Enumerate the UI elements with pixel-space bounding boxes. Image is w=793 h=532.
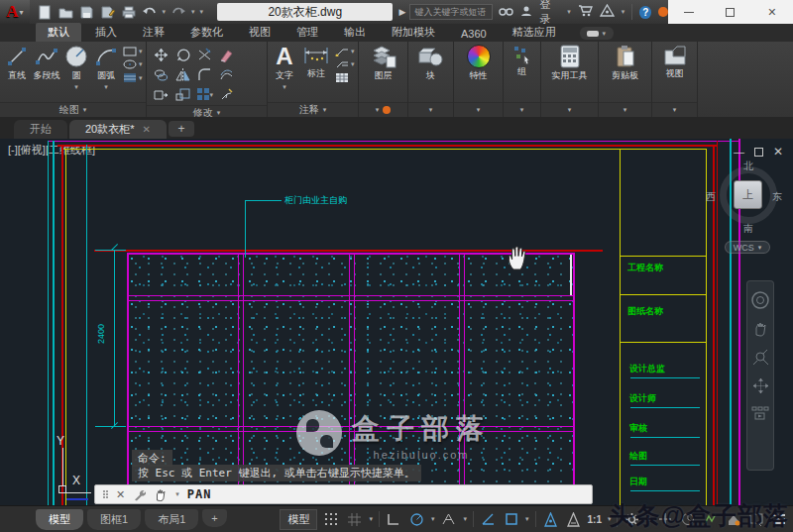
new-file-icon[interactable] xyxy=(38,4,54,20)
annotation-panel-label[interactable]: 注释▾ xyxy=(268,102,358,117)
command-drag-handle[interactable] xyxy=(103,490,108,498)
circle-button[interactable]: 圆 ▾ xyxy=(61,45,91,91)
maximize-button[interactable] xyxy=(718,4,743,20)
rectangle-tool-icon[interactable]: ▾ xyxy=(123,47,143,56)
layout-tab-model[interactable]: 模型 xyxy=(36,509,83,530)
fillet-icon[interactable] xyxy=(196,66,213,83)
signin-dropdown-icon[interactable]: ▾ xyxy=(567,8,571,16)
wardrobe-divider[interactable] xyxy=(238,253,239,500)
isodraft-icon[interactable] xyxy=(440,511,457,528)
undo-dropdown-icon[interactable]: ▾ xyxy=(163,8,167,16)
layer-properties-button[interactable]: 图层 xyxy=(362,45,405,82)
save-icon[interactable] xyxy=(79,4,95,20)
wardrobe-shelf-line[interactable] xyxy=(127,300,575,301)
table-tool-icon[interactable] xyxy=(335,72,355,83)
file-tab-start[interactable]: 开始 xyxy=(14,120,67,139)
command-options-caret[interactable]: ▾ xyxy=(175,490,179,498)
copy-icon[interactable] xyxy=(153,66,170,83)
grid-dropdown-icon[interactable]: ▾ xyxy=(369,515,373,523)
wardrobe-shelf-line[interactable] xyxy=(127,295,575,296)
viewport-minimize-icon[interactable]: — xyxy=(734,146,744,158)
new-tab-button[interactable]: + xyxy=(169,121,194,137)
zoom-icon[interactable] xyxy=(752,349,769,366)
ribbon-collapse-button[interactable]: ▾ xyxy=(580,27,614,40)
showmotion-icon[interactable] xyxy=(751,406,769,420)
polyline-button[interactable]: 多段线 xyxy=(32,45,61,82)
viewcube-north-label[interactable]: 北 xyxy=(743,160,753,173)
polar-dropdown-icon[interactable]: ▾ xyxy=(431,515,435,523)
ribbon-tab-output[interactable]: 输出 xyxy=(332,23,378,42)
save-as-icon[interactable] xyxy=(100,4,116,20)
help-icon[interactable]: ? xyxy=(639,6,651,19)
multileader-tool-icon[interactable]: ▾ xyxy=(335,59,355,69)
ortho-mode-icon[interactable] xyxy=(386,511,402,528)
mirror-icon[interactable] xyxy=(174,66,191,83)
qat-customize-icon[interactable]: ▾ xyxy=(200,8,204,16)
osnap-dropdown-icon[interactable]: ▾ xyxy=(525,515,529,523)
annotation-scale-value[interactable]: 1:1 xyxy=(588,514,602,525)
wardrobe-divider[interactable] xyxy=(464,253,465,500)
viewport-restore-icon[interactable] xyxy=(754,148,763,157)
viewcube-east-label[interactable]: 东 xyxy=(772,190,782,204)
block-panel-label[interactable]: ▾ xyxy=(408,102,453,117)
insert-block-button[interactable]: 块 xyxy=(411,45,451,82)
ribbon-tab-annotate[interactable]: 注释 xyxy=(131,23,176,42)
close-tab-icon[interactable]: ✕ xyxy=(143,124,151,135)
polar-tracking-icon[interactable] xyxy=(408,511,425,528)
file-tab-drawing[interactable]: 20款衣柜*✕ xyxy=(69,120,167,139)
steering-wheel-icon[interactable] xyxy=(751,291,769,309)
minimize-button[interactable] xyxy=(676,4,702,20)
text-button[interactable]: A 文字 ▾ xyxy=(270,45,299,91)
orbit-icon[interactable] xyxy=(752,377,769,394)
search-binoculars-icon[interactable] xyxy=(499,3,513,21)
new-layout-button[interactable]: + xyxy=(202,509,226,527)
trim-icon[interactable] xyxy=(196,47,213,63)
leader-tool-icon[interactable]: ▾ xyxy=(335,47,355,56)
utilities-panel-label[interactable]: ▾ xyxy=(541,102,598,117)
a360-dropdown-icon[interactable]: ▾ xyxy=(622,8,625,16)
stretch-icon[interactable] xyxy=(153,86,170,103)
utilities-button[interactable]: 实用工具 xyxy=(543,45,596,82)
layout-tab-frame1[interactable]: 图框1 xyxy=(87,509,141,530)
viewcube[interactable]: 上 xyxy=(734,180,762,209)
properties-button[interactable]: 特性 xyxy=(457,45,501,82)
view-button[interactable]: 视图 xyxy=(654,45,695,80)
line-button[interactable]: 直线 xyxy=(2,45,32,82)
object-snap-icon[interactable] xyxy=(503,511,519,528)
redo-icon[interactable] xyxy=(170,4,186,20)
annotation-autoscale-icon[interactable] xyxy=(565,511,582,528)
pan-hand-icon[interactable] xyxy=(752,321,768,337)
groups-panel-label[interactable]: ▾ xyxy=(504,102,540,117)
wardrobe-divider[interactable] xyxy=(243,253,244,500)
ribbon-tab-manage[interactable]: 管理 xyxy=(284,23,330,42)
undo-icon[interactable] xyxy=(142,4,158,20)
open-folder-icon[interactable] xyxy=(58,4,74,20)
clipboard-panel-label[interactable]: ▾ xyxy=(599,102,651,117)
viewcube-west-label[interactable]: 西 xyxy=(706,190,716,204)
draw-panel-label[interactable]: 绘图▾ xyxy=(0,102,146,117)
layers-panel-label[interactable]: ▾ xyxy=(359,102,407,117)
grid-display-icon[interactable] xyxy=(346,511,363,528)
arc-button[interactable]: 圆弧 ▾ xyxy=(91,45,121,91)
ribbon-tab-addins[interactable]: 附加模块 xyxy=(380,23,447,42)
model-space-button[interactable]: 模型 xyxy=(280,509,317,530)
array-icon[interactable]: ▾ xyxy=(196,86,213,103)
app-menu-button[interactable]: A▾ xyxy=(0,0,30,24)
osnap-tracking-icon[interactable] xyxy=(480,511,497,528)
hatch-tool-icon[interactable]: ▾ xyxy=(123,72,143,83)
wardrobe-divider[interactable] xyxy=(349,253,350,500)
erase-icon[interactable] xyxy=(218,47,235,63)
ribbon-tab-view[interactable]: 视图 xyxy=(237,23,283,42)
leader-text[interactable]: 柜门由业主自购 xyxy=(284,194,347,207)
leader-line[interactable] xyxy=(245,200,246,258)
user-icon[interactable] xyxy=(520,3,532,21)
wcs-dropdown[interactable]: WCS▾ xyxy=(725,241,770,254)
group-button[interactable]: 组 xyxy=(506,45,538,78)
rotate-icon[interactable] xyxy=(174,47,191,63)
offset-icon[interactable] xyxy=(218,66,235,83)
print-icon[interactable] xyxy=(121,4,137,20)
dimension-button[interactable]: 标注 xyxy=(299,45,333,80)
redo-dropdown-icon[interactable]: ▾ xyxy=(191,8,195,16)
ellipse-tool-icon[interactable]: ▾ xyxy=(123,59,143,69)
command-line[interactable]: ✕ ▾ PAN xyxy=(94,484,593,504)
